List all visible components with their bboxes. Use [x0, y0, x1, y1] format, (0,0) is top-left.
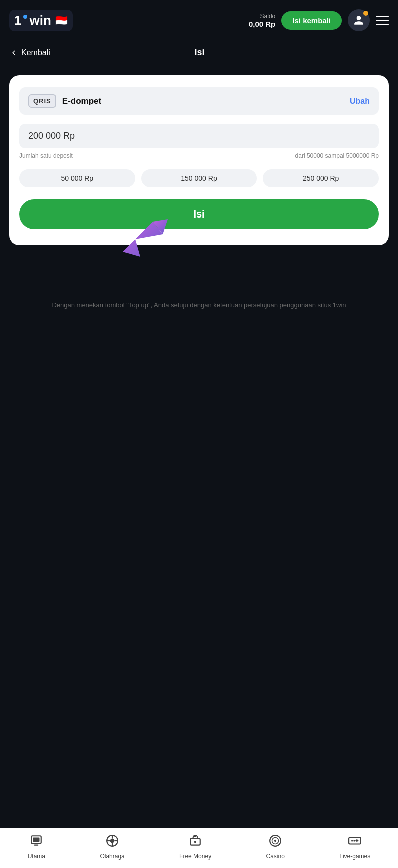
header-right: Saldo 0,00 Rp Isi kembali [249, 9, 389, 31]
amount-hint-left: Jumlah satu deposit [19, 152, 73, 159]
menu-line-2 [376, 20, 389, 21]
notification-dot [363, 11, 368, 16]
arrow-icon [113, 216, 178, 262]
profile-button[interactable] [348, 9, 370, 31]
amount-hint-row: Jumlah satu deposit dari 50000 sampai 50… [19, 152, 379, 159]
back-chevron-icon [9, 48, 18, 57]
quick-amount-2[interactable]: 150 000 Rp [141, 169, 257, 187]
logo-win: win [29, 13, 51, 28]
page-title: Isi [50, 47, 349, 58]
logo-dot [23, 15, 27, 19]
ewallet-left: QRIS E-dompet [28, 94, 101, 108]
amount-hint-right: dari 50000 sampai 5000000 Rp [295, 152, 379, 159]
deposit-card: QRIS E-dompet Ubah 200 000 Rp Jumlah sat… [9, 75, 389, 245]
free-money-label: Free Money [179, 853, 211, 860]
back-label: Kembali [21, 48, 50, 57]
svg-point-18 [354, 840, 355, 841]
olahraga-icon [106, 834, 119, 851]
amount-value: 200 000 Rp [28, 131, 75, 141]
ubah-button[interactable]: Ubah [350, 97, 370, 106]
svg-point-17 [351, 840, 353, 841]
saldo-value: 0,00 Rp [249, 20, 275, 28]
casino-icon [269, 834, 282, 851]
menu-button[interactable] [376, 16, 389, 25]
logo-box: 1 win 🇮🇩 [9, 10, 73, 31]
profile-icon [353, 15, 364, 26]
logo-flag: 🇮🇩 [55, 14, 68, 26]
utama-label: Utama [28, 853, 45, 860]
utama-icon [30, 834, 43, 851]
svg-rect-4 [34, 845, 39, 846]
svg-point-16 [274, 840, 276, 842]
header: 1 win 🇮🇩 Saldo 0,00 Rp Isi kembali [0, 0, 398, 40]
card-container: QRIS E-dompet Ubah 200 000 Rp Jumlah sat… [0, 65, 398, 255]
back-button[interactable]: Kembali [9, 48, 50, 57]
topup-button[interactable]: Isi kembali [281, 11, 342, 30]
menu-line-1 [376, 16, 389, 17]
amount-input-box[interactable]: 200 000 Rp [19, 124, 379, 148]
ewallet-label: E-dompet [62, 96, 101, 106]
saldo-label: Saldo [249, 13, 275, 20]
nav-item-utama[interactable]: Utama [28, 834, 45, 860]
bottom-nav: Utama Olahraga Free Money [0, 828, 398, 868]
olahraga-label: Olahraga [100, 853, 124, 860]
ewallet-row: QRIS E-dompet Ubah [19, 87, 379, 115]
nav-item-olahraga[interactable]: Olahraga [100, 834, 124, 860]
quick-amounts: 50 000 Rp 150 000 Rp 250 000 Rp [19, 169, 379, 187]
svg-rect-3 [33, 838, 40, 842]
menu-line-3 [376, 24, 389, 25]
qris-logo: QRIS [28, 94, 56, 108]
svg-marker-0 [123, 222, 163, 257]
logo-text: 1 [14, 13, 21, 28]
live-games-icon [348, 834, 361, 851]
nav-item-live-games[interactable]: Live-games [339, 834, 370, 860]
live-games-label: Live-games [339, 853, 370, 860]
casino-label: Casino [266, 853, 285, 860]
nav-item-casino[interactable]: Casino [266, 834, 285, 860]
balance-area: Saldo 0,00 Rp [249, 13, 275, 28]
quick-amount-1[interactable]: 50 000 Rp [19, 169, 135, 187]
free-money-icon [189, 834, 202, 851]
disclaimer: Dengan menekan tombol "Top up", Anda set… [0, 255, 398, 320]
isi-button-wrapper: Isi [19, 199, 379, 229]
page-nav: Kembali Isi [0, 40, 398, 65]
isi-button[interactable]: Isi [19, 199, 379, 229]
svg-point-12 [194, 841, 196, 843]
quick-amount-3[interactable]: 250 000 Rp [263, 169, 379, 187]
nav-item-free-money[interactable]: Free Money [179, 834, 211, 860]
logo-area: 1 win 🇮🇩 [9, 10, 73, 31]
svg-point-6 [110, 839, 115, 843]
